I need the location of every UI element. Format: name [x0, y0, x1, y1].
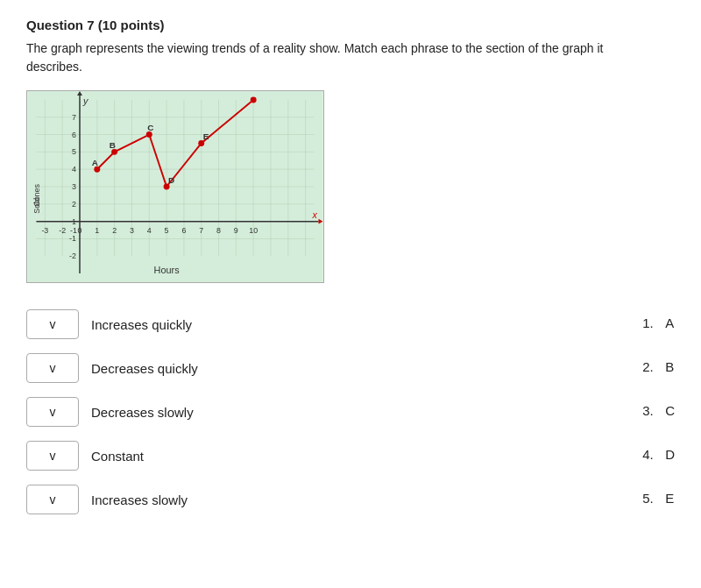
- svg-text:5: 5: [72, 147, 76, 156]
- svg-text:Sold: Sold: [32, 198, 41, 214]
- svg-text:Hours: Hours: [154, 265, 181, 275]
- phrase-1: Increases quickly: [91, 317, 231, 332]
- svg-text:-1: -1: [70, 226, 77, 235]
- svg-text:C: C: [147, 123, 153, 132]
- dropdown-icon-5: v: [50, 492, 56, 507]
- svg-text:-1: -1: [69, 234, 76, 243]
- svg-text:5: 5: [165, 226, 169, 235]
- answer-number-5: 5.: [642, 491, 660, 506]
- graph-container: -3 -2 0 1 2 3 4 5 6 7 8 9 10 -1 7 6 5: [26, 90, 675, 283]
- answer-5: 5. E: [642, 476, 675, 520]
- answer-number-2: 2.: [642, 359, 660, 374]
- dropdown-icon-3: v: [50, 405, 56, 419]
- answer-1: 1. A: [642, 301, 675, 344]
- phrase-4: Constant: [91, 449, 231, 464]
- svg-point-59: [146, 131, 152, 138]
- right-panel: 1. A 2. B 3. C 4. D 5. E: [642, 301, 675, 520]
- svg-text:4: 4: [147, 226, 152, 235]
- question-header-text: Question 7 (10 points): [26, 18, 165, 32]
- match-row-3: v Decreases slowly: [26, 397, 616, 427]
- answer-letter-4: D: [665, 447, 675, 462]
- match-row-4: v Constant: [26, 441, 616, 471]
- dropdown-3[interactable]: v: [26, 397, 79, 427]
- svg-text:A: A: [92, 158, 98, 167]
- svg-text:-2: -2: [69, 251, 76, 260]
- svg-text:7: 7: [199, 226, 203, 235]
- left-panel: v Increases quickly v Decreases quickly …: [26, 301, 616, 528]
- dropdown-icon-1: v: [50, 317, 56, 331]
- dropdown-5[interactable]: v: [26, 485, 79, 514]
- svg-text:-2: -2: [59, 226, 66, 235]
- answer-number-1: 1.: [642, 315, 660, 330]
- answer-2: 2. B: [642, 344, 675, 388]
- svg-point-62: [251, 96, 257, 103]
- svg-text:2: 2: [112, 226, 117, 235]
- svg-text:0: 0: [78, 226, 82, 235]
- svg-text:E: E: [203, 131, 209, 141]
- dropdown-2[interactable]: v: [26, 353, 79, 383]
- svg-text:10: 10: [249, 226, 258, 235]
- svg-text:-3: -3: [41, 226, 48, 235]
- dropdown-4[interactable]: v: [26, 441, 79, 471]
- match-row-2: v Decreases quickly: [26, 353, 616, 383]
- graph-svg: -3 -2 0 1 2 3 4 5 6 7 8 9 10 -1 7 6 5: [27, 91, 323, 282]
- svg-text:3: 3: [130, 226, 134, 235]
- matching-area: v Increases quickly v Decreases quickly …: [26, 309, 616, 528]
- answer-number-4: 4.: [642, 447, 660, 462]
- answer-number-3: 3.: [642, 403, 660, 418]
- svg-text:8: 8: [216, 226, 221, 235]
- match-row-5: v Increases slowly: [26, 485, 616, 514]
- answer-letter-3: C: [665, 403, 675, 418]
- svg-text:2: 2: [72, 200, 76, 209]
- dropdown-icon-4: v: [50, 449, 56, 463]
- main-content: v Increases quickly v Decreases quickly …: [26, 301, 675, 528]
- svg-text:6: 6: [72, 131, 76, 139]
- svg-text:4: 4: [72, 165, 76, 174]
- question-header: Question 7 (10 points): [26, 18, 675, 32]
- svg-text:D: D: [168, 175, 174, 185]
- match-row-1: v Increases quickly: [26, 309, 616, 339]
- question-text: The graph represents the viewing trends …: [26, 39, 640, 76]
- answer-letter-5: E: [665, 491, 674, 506]
- svg-text:x: x: [312, 209, 318, 220]
- svg-text:6: 6: [181, 226, 186, 235]
- svg-text:1: 1: [72, 217, 76, 226]
- answer-letter-2: B: [665, 359, 674, 374]
- dropdown-icon-2: v: [50, 361, 56, 375]
- answer-letter-1: A: [665, 315, 674, 330]
- svg-text:y: y: [82, 96, 89, 106]
- svg-text:7: 7: [72, 113, 76, 122]
- svg-text:9: 9: [234, 226, 238, 235]
- phrase-2: Decreases quickly: [91, 361, 231, 376]
- phrase-3: Decreases slowly: [91, 405, 231, 420]
- answer-4: 4. D: [642, 432, 675, 476]
- svg-text:3: 3: [72, 182, 76, 191]
- phrase-5: Increases slowly: [91, 492, 231, 507]
- graph-box: -3 -2 0 1 2 3 4 5 6 7 8 9 10 -1 7 6 5: [26, 90, 324, 283]
- dropdown-1[interactable]: v: [26, 309, 79, 339]
- answer-3: 3. C: [642, 388, 675, 432]
- svg-text:B: B: [110, 140, 116, 150]
- svg-text:1: 1: [95, 226, 99, 235]
